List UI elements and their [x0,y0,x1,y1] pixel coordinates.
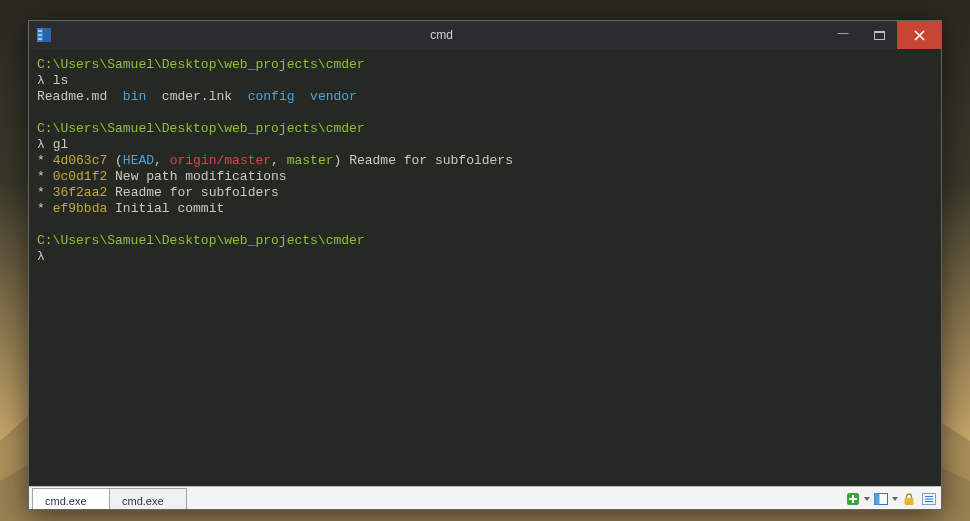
window-title: cmd [58,28,825,42]
panel-icon[interactable] [872,491,890,507]
ls-dir: bin [123,89,146,104]
close-button[interactable] [897,21,941,49]
statusbar: cmd.exe cmd.exe [29,486,941,509]
prompt-path: C:\Users\Samuel\Desktop\web_projects\cmd… [37,121,365,136]
panel-dropdown[interactable] [892,491,898,507]
svg-rect-14 [905,498,914,505]
prompt-lambda: λ [37,137,45,152]
menu-icon[interactable] [920,491,938,507]
prompt-path: C:\Users\Samuel\Desktop\web_projects\cmd… [37,57,365,72]
log-ref-head: HEAD [123,153,154,168]
log-star: * [37,169,45,184]
titlebar[interactable]: cmd — [29,21,941,49]
new-tab-icon[interactable] [844,491,862,507]
ls-dir: config [248,89,295,104]
maximize-button[interactable] [861,21,897,49]
command: gl [53,137,69,152]
svg-rect-2 [38,30,42,32]
log-hash: 0c0d1f2 [53,169,108,184]
ls-file: cmder.lnk [162,89,232,104]
ls-dir: vendor [310,89,357,104]
prompt-path: C:\Users\Samuel\Desktop\web_projects\cmd… [37,233,365,248]
log-star: * [37,201,45,216]
prompt-lambda: λ [37,73,45,88]
log-msg: New path modifications [107,169,286,184]
log-star: * [37,153,45,168]
app-icon [35,27,52,44]
log-msg: Initial commit [107,201,224,216]
window-controls: — [825,21,941,49]
tab-cmd[interactable]: cmd.exe [109,488,187,509]
log-ref-origin: origin/master [170,153,271,168]
svg-rect-13 [875,494,880,505]
terminal-output[interactable]: C:\Users\Samuel\Desktop\web_projects\cmd… [29,49,941,486]
lock-icon[interactable] [900,491,918,507]
prompt-lambda: λ [37,249,45,264]
ls-file: Readme.md [37,89,107,104]
command: ls [53,73,69,88]
tab-cmd[interactable]: cmd.exe [32,488,110,509]
app-window: cmd — C:\Users\Samuel\Desktop\web_projec… [28,20,942,510]
log-msg: Readme for subfolders [107,185,279,200]
log-hash: 4d063c7 [53,153,108,168]
svg-rect-11 [849,498,857,500]
svg-rect-3 [38,34,42,36]
log-ref-master: master [287,153,334,168]
log-msg: Readme for subfolders [349,153,513,168]
log-hash: 36f2aa2 [53,185,108,200]
tab-strip: cmd.exe cmd.exe [32,488,186,509]
log-star: * [37,185,45,200]
status-icons [844,491,938,509]
svg-rect-4 [38,38,42,40]
new-tab-dropdown[interactable] [864,491,870,507]
log-hash: ef9bbda [53,201,108,216]
minimize-button[interactable]: — [825,21,861,49]
